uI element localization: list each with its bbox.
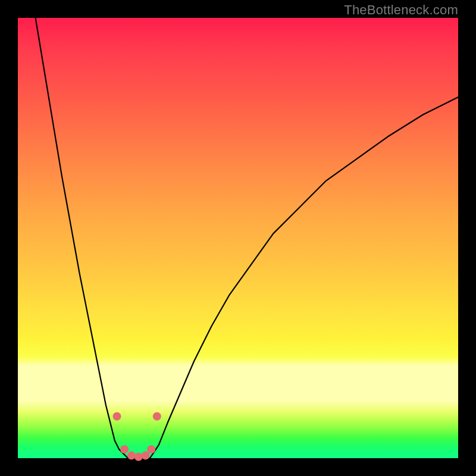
valley-dot [134,453,143,461]
curve-right-branch [150,97,458,458]
plot-area [18,18,458,458]
outer-frame: TheBottleneck.com [0,0,476,476]
watermark-text: TheBottleneck.com [344,2,458,18]
curve-left-branch [36,18,128,458]
valley-dot [147,445,155,453]
valley-dot [153,412,161,421]
valley-dots-group [113,412,161,461]
valley-dot [120,445,129,453]
valley-dot [127,452,136,460]
valley-dot [113,412,121,421]
valley-dot [142,452,150,460]
curves-svg [18,18,458,458]
